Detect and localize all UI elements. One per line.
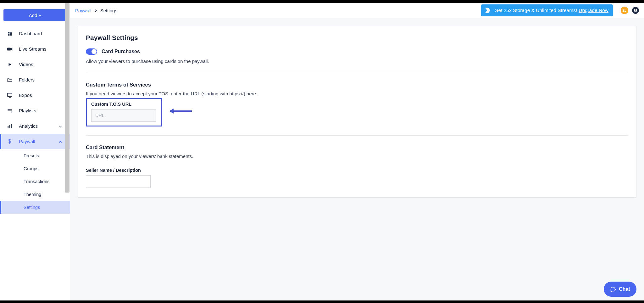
card-purchases-desc: Allow your viewers to purchase using car… xyxy=(86,59,628,64)
statement-section-title: Card Statement xyxy=(86,144,628,150)
seller-name-label: Seller Name / Description xyxy=(86,168,628,173)
sidebar-item-label: Expos xyxy=(19,93,32,98)
promo-cta: Upgrade Now xyxy=(579,8,608,13)
sidebar-sub-presets[interactable]: Presets xyxy=(0,149,70,162)
sidebar-item-label: Videos xyxy=(19,62,33,67)
sidebar-item-expos[interactable]: Expos xyxy=(0,87,70,103)
svg-rect-4 xyxy=(7,48,11,50)
playlist-icon xyxy=(7,108,13,114)
sidebar-scrollbar[interactable] xyxy=(65,3,70,300)
sidebar-sub-label: Theming xyxy=(24,192,41,197)
folder-icon xyxy=(7,77,13,83)
sidebar-item-label: Playlists xyxy=(19,108,36,113)
svg-rect-10 xyxy=(8,126,8,128)
sidebar-item-playlists[interactable]: Playlists xyxy=(0,103,70,118)
statement-section-desc: This is displayed on your viewers' bank … xyxy=(86,154,628,159)
seller-name-input[interactable] xyxy=(86,175,151,188)
svg-rect-2 xyxy=(10,33,12,36)
svg-rect-1 xyxy=(10,32,12,33)
svg-rect-3 xyxy=(8,34,9,35)
chevron-right-icon xyxy=(95,8,97,13)
dashboard-icon xyxy=(7,31,13,36)
add-button[interactable]: Add + xyxy=(3,9,67,21)
chat-label: Chat xyxy=(619,286,630,292)
svg-rect-11 xyxy=(9,125,10,128)
sidebar-sub-theming[interactable]: Theming xyxy=(0,188,70,201)
promo-banner[interactable]: Get 25x Storage & Unlimited Streams! Upg… xyxy=(481,4,613,16)
tos-highlight-box: Custom T.O.S URL xyxy=(86,98,162,126)
sidebar-sub-groups[interactable]: Groups xyxy=(0,162,70,175)
sidebar-sub-label: Transactions xyxy=(24,179,49,184)
breadcrumb-current: Settings xyxy=(100,8,117,13)
sidebar-item-live-streams[interactable]: Live Streams xyxy=(0,41,70,57)
sidebar-item-label: Paywall xyxy=(19,139,35,144)
page-title: Paywall Settings xyxy=(86,34,628,42)
avatar[interactable]: EL xyxy=(621,7,628,14)
tos-url-label: Custom T.O.S URL xyxy=(91,102,157,107)
sidebar-item-label: Analytics xyxy=(19,123,38,129)
tos-section-desc: If you need viewers to accept your TOS, … xyxy=(86,91,628,96)
dollar-icon xyxy=(7,139,13,144)
monitor-icon xyxy=(7,93,13,98)
chat-icon xyxy=(610,286,616,292)
tos-url-input[interactable] xyxy=(91,109,156,122)
sidebar-sub-settings[interactable]: Settings xyxy=(0,201,70,214)
sidebar-sub-label: Settings xyxy=(24,205,40,210)
breadcrumb: Paywall Settings xyxy=(75,8,117,13)
card-purchases-label: Card Purchases xyxy=(102,49,140,54)
bar-chart-icon xyxy=(7,123,13,129)
sidebar-sub-label: Presets xyxy=(24,153,39,158)
sidebar-item-dashboard[interactable]: Dashboard xyxy=(0,26,70,41)
sidebar-item-label: Live Streams xyxy=(19,46,47,52)
svg-rect-5 xyxy=(8,93,12,96)
sidebar: Add + Dashboard Live Streams Videos Fold… xyxy=(0,3,70,300)
sidebar-item-folders[interactable]: Folders xyxy=(0,72,70,87)
promo-text: Get 25x Storage & Unlimited Streams! xyxy=(494,8,577,13)
svg-rect-0 xyxy=(8,32,9,33)
sidebar-sub-label: Groups xyxy=(24,166,39,171)
sidebar-item-videos[interactable]: Videos xyxy=(0,57,70,72)
settings-card: Paywall Settings Card Purchases Allow yo… xyxy=(78,26,636,198)
chevron-up-icon xyxy=(58,139,62,144)
chevron-down-icon xyxy=(58,123,62,129)
sidebar-item-paywall[interactable]: Paywall xyxy=(0,134,70,149)
sidebar-item-label: Folders xyxy=(19,77,35,82)
sidebar-item-analytics[interactable]: Analytics xyxy=(0,118,70,134)
promo-arrow-icon xyxy=(484,7,491,14)
breadcrumb-root[interactable]: Paywall xyxy=(75,8,92,13)
help-button[interactable] xyxy=(632,7,639,14)
sidebar-item-label: Dashboard xyxy=(19,31,42,36)
svg-rect-12 xyxy=(11,124,12,128)
sidebar-sub-transactions[interactable]: Transactions xyxy=(0,175,70,188)
camera-icon xyxy=(7,46,13,52)
topbar: Paywall Settings Get 25x Storage & Unlim… xyxy=(70,3,644,18)
card-purchases-toggle[interactable] xyxy=(86,48,97,55)
tos-section-title: Custom Terms of Services xyxy=(86,82,628,88)
play-icon xyxy=(7,62,13,67)
chat-button[interactable]: Chat xyxy=(604,282,636,297)
annotation-arrow-icon xyxy=(169,107,192,115)
